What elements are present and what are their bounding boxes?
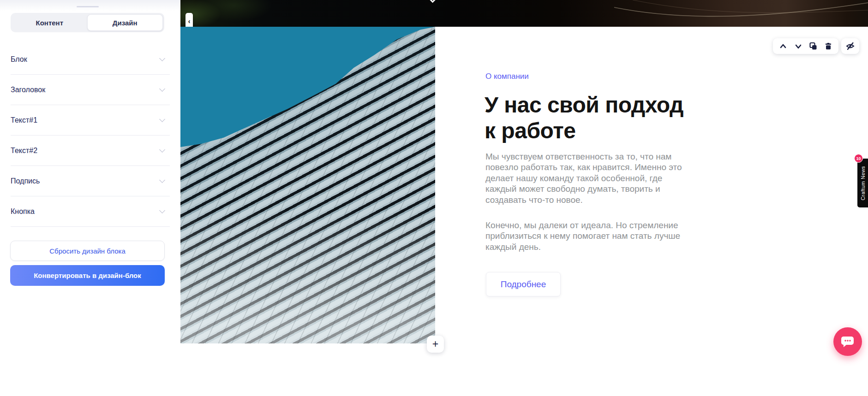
chat-bubble-icon xyxy=(840,335,855,349)
section-label: Текст#1 xyxy=(11,116,37,124)
design-sections-list: Блок Заголовок Текст#1 Текст#2 Подпись К… xyxy=(11,44,170,227)
content-design-tabs: Контент Дизайн xyxy=(11,13,164,32)
about-paragraph-2[interactable]: Конечно, мы далеки от идеала. Но стремле… xyxy=(485,220,694,252)
section-label: Блок xyxy=(11,55,27,64)
trash-icon xyxy=(824,41,833,51)
section-row-block[interactable]: Блок xyxy=(11,44,170,75)
chevron-down-icon xyxy=(159,147,165,153)
more-button[interactable]: Подробнее xyxy=(486,272,561,296)
craftum-editor: Контент Дизайн Блок Заголовок Текст#1 Те… xyxy=(0,0,868,396)
chevron-down-icon xyxy=(159,177,165,183)
section-row-heading[interactable]: Заголовок xyxy=(11,75,170,105)
chevron-down-icon xyxy=(159,207,165,213)
chevron-down-icon xyxy=(159,86,165,92)
section-label: Заголовок xyxy=(11,86,45,94)
move-block-down-button[interactable] xyxy=(793,41,804,52)
drag-handle[interactable] xyxy=(77,6,99,7)
chevron-down-icon xyxy=(159,116,165,122)
chevron-up-icon xyxy=(778,41,788,51)
support-chat-button[interactable] xyxy=(833,327,862,356)
about-section-image[interactable] xyxy=(180,27,435,343)
collapse-chevron-icon: ‹ xyxy=(188,18,191,25)
convert-to-design-block-button[interactable]: Конвертировать в дизайн-блок xyxy=(10,265,165,286)
block-toolbar xyxy=(773,38,838,54)
tab-content[interactable]: Контент xyxy=(12,14,87,31)
design-sidebar: Контент Дизайн Блок Заголовок Текст#1 Те… xyxy=(0,0,180,396)
delete-block-button[interactable] xyxy=(823,41,834,52)
craftum-news-tab[interactable]: Craftum News 10 xyxy=(857,159,868,207)
about-heading[interactable]: У нас свой подход к работе xyxy=(485,92,761,144)
add-block-button[interactable]: + xyxy=(427,336,444,353)
reset-block-design-button[interactable]: Сбросить дизайн блока xyxy=(10,241,165,261)
building-facade-graphic xyxy=(180,27,435,343)
section-row-button[interactable]: Кнопка xyxy=(11,196,170,227)
tab-design[interactable]: Дизайн xyxy=(87,14,163,31)
previous-block-photo[interactable] xyxy=(180,0,868,27)
site-canvas: ‹ О компании У нас свой подход к работе … xyxy=(180,0,868,396)
duplicate-block-button[interactable] xyxy=(808,41,819,52)
facade-shading xyxy=(180,27,435,343)
about-paragraph-1[interactable]: Мы чувствуем ответственность за то, что … xyxy=(485,151,694,205)
section-label: Текст#2 xyxy=(11,147,37,155)
chevron-down-icon xyxy=(794,41,803,51)
section-row-text2[interactable]: Текст#2 xyxy=(11,136,170,166)
section-label: Кнопка xyxy=(11,207,35,216)
notification-count-badge: 10 xyxy=(854,154,863,163)
eye-off-icon xyxy=(845,41,855,51)
plus-icon: + xyxy=(432,339,438,349)
section-row-caption[interactable]: Подпись xyxy=(11,166,170,196)
hide-block-button[interactable] xyxy=(841,38,859,54)
section-row-text1[interactable]: Текст#1 xyxy=(11,105,170,136)
about-eyebrow-link[interactable]: О компании xyxy=(485,72,529,81)
craftum-news-label: Craftum News xyxy=(860,166,866,200)
hair-strand-decoration xyxy=(180,0,868,27)
duplicate-icon xyxy=(808,41,818,51)
section-label: Подпись xyxy=(11,177,40,185)
move-block-up-button[interactable] xyxy=(778,41,789,52)
chevron-down-icon xyxy=(159,55,165,61)
